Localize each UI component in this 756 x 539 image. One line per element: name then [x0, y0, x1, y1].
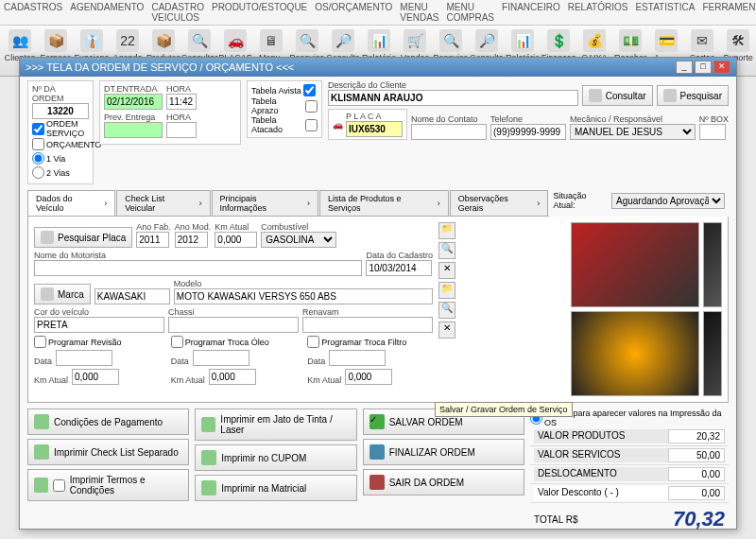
toolbar-icon: 📦	[152, 29, 175, 52]
printer-icon	[201, 417, 215, 432]
pesquisar-button[interactable]: Pesquisar	[657, 85, 729, 106]
consultar-icon	[589, 89, 602, 102]
close-button[interactable]: ✕	[713, 61, 730, 74]
tab-2[interactable]: Principais Informações›	[212, 190, 319, 216]
contato-input[interactable]	[411, 124, 487, 140]
mecanico-select[interactable]: MANUEL DE JESUS	[570, 124, 696, 140]
money-icon	[34, 414, 49, 429]
maximize-button[interactable]: □	[695, 61, 712, 74]
pesquisar-placa-button[interactable]: Pesquisar Placa	[34, 227, 132, 248]
finalizar-button[interactable]: FINALIZAR ORDEM	[363, 439, 524, 465]
marca-input[interactable]	[94, 288, 170, 304]
tabela-atacado-check[interactable]	[305, 119, 318, 131]
combustivel-select[interactable]: GASOLINA	[261, 232, 336, 248]
tab-4[interactable]: Observações Gerais›	[450, 190, 549, 216]
menu-item[interactable]: CADASTRO VEICULOS	[151, 2, 204, 23]
menu-item[interactable]: RELATÓRIOS	[568, 2, 628, 23]
orcamento-radio[interactable]	[32, 138, 44, 150]
tab-1[interactable]: Check List Veicular›	[116, 190, 210, 216]
menu-item[interactable]: MENU VENDAS	[400, 2, 438, 23]
nbox-input[interactable]	[699, 124, 726, 140]
matricial-button[interactable]: Imprimir na Matricial	[195, 475, 356, 501]
menu-item[interactable]: PRODUTO/ESTOQUE	[212, 2, 307, 23]
tab-3[interactable]: Lista de Produtos e Serviços›	[319, 190, 449, 216]
prog-revisao-check[interactable]	[34, 336, 46, 348]
search-icon	[663, 89, 677, 102]
prog-oleo-check[interactable]	[171, 336, 183, 348]
toolbar-icon: 🔍	[296, 29, 318, 52]
toolbar-icon: 🔎	[332, 29, 354, 52]
minimize-button[interactable]: _	[676, 61, 693, 74]
check-icon: ✓	[369, 414, 385, 429]
cliente-input[interactable]	[328, 90, 578, 106]
toolbar-icon: 💳	[655, 29, 678, 52]
chevron-right-icon: ›	[199, 199, 202, 208]
motorista-input[interactable]	[34, 260, 362, 276]
cupom-button[interactable]: Imprimir no CUPOM	[195, 444, 356, 471]
prev-input[interactable]	[104, 122, 163, 138]
renavam-input[interactable]	[302, 317, 433, 333]
menu-item[interactable]: MENU COMPRAS	[446, 2, 494, 23]
marca-button[interactable]: Marca	[34, 284, 91, 304]
cor-input[interactable]	[34, 317, 164, 333]
receipt-icon	[201, 450, 216, 465]
modelo-input[interactable]	[174, 288, 433, 304]
chevron-right-icon: ›	[438, 199, 440, 208]
sair-button[interactable]: SAIR DA ORDEM	[363, 469, 524, 496]
toolbar-icon: ✉	[691, 29, 713, 52]
tabs: Dados do Veículo›Check List Veicular›Pri…	[27, 190, 549, 217]
menu-item[interactable]: FINANCEIRO	[502, 2, 560, 23]
filtro-data-input[interactable]	[329, 350, 386, 366]
toolbar-icon: 📦	[44, 29, 67, 52]
doc-icon	[34, 478, 48, 493]
img-add-button[interactable]: 📁	[438, 222, 455, 239]
anomod-input[interactable]	[175, 232, 208, 248]
chassi-input[interactable]	[168, 317, 299, 333]
img-add2-button[interactable]: 📁	[438, 282, 455, 299]
consultar-button[interactable]: Consultar	[582, 85, 653, 106]
menu-item[interactable]: FERRAMENTAS	[702, 2, 756, 23]
termos-button[interactable]: Imprimir Termos e Condições	[27, 469, 189, 501]
rev-data-input[interactable]	[56, 350, 112, 366]
condicoes-button[interactable]: Condições de Pagamento	[27, 409, 189, 435]
toolbar-icon: 💲	[547, 29, 570, 52]
rev-km-input[interactable]	[72, 369, 119, 385]
anofab-input[interactable]	[136, 232, 169, 248]
placa-input[interactable]	[346, 121, 403, 137]
telefone-input[interactable]	[490, 124, 566, 140]
hora2-input[interactable]	[166, 122, 197, 138]
dtentrada-input[interactable]	[104, 94, 163, 110]
checklist-button[interactable]: Imprimir Check List Separado	[27, 439, 189, 465]
tabela-aprazo-check[interactable]	[305, 100, 318, 113]
salvar-tooltip: Salvar / Gravar Ordem de Serviço	[435, 402, 573, 417]
hora-input[interactable]	[166, 94, 197, 110]
oleo-km-input[interactable]	[209, 369, 256, 385]
img-zoom-button[interactable]: 🔍	[438, 242, 455, 259]
oleo-data-input[interactable]	[193, 350, 249, 366]
jato-button[interactable]: Imprimir em Jato de Tinta / Laser	[195, 409, 356, 441]
datacad-input[interactable]	[366, 260, 432, 276]
menu-item[interactable]: AGENDAMENTO	[70, 2, 144, 23]
img-del2-button[interactable]: ✕	[438, 322, 455, 339]
menu-item[interactable]: CADASTROS	[4, 2, 62, 23]
tabela-avista-check[interactable]	[303, 84, 316, 96]
km-input[interactable]	[215, 232, 257, 248]
tab-0[interactable]: Dados do Veículo›	[27, 190, 115, 216]
menu-item[interactable]: ESTATISTICA	[635, 2, 695, 23]
vehicle-image-4	[703, 311, 722, 396]
img-del-button[interactable]: ✕	[438, 262, 455, 279]
nordem-input[interactable]	[32, 103, 89, 119]
car-icon: 🚗	[333, 120, 343, 130]
filtro-km-input[interactable]	[345, 369, 392, 385]
menu-item[interactable]: OS/ORÇAMENTO	[315, 2, 392, 23]
vehicle-image-3	[571, 311, 699, 396]
prog-filtro-check[interactable]	[307, 336, 319, 348]
via2-radio[interactable]	[32, 166, 44, 179]
via1-radio[interactable]	[32, 152, 44, 165]
ordem-servico-radio[interactable]	[32, 123, 44, 135]
chevron-right-icon: ›	[537, 199, 540, 208]
termos-check[interactable]	[53, 479, 65, 492]
valor-produtos: 20,32	[668, 429, 725, 443]
situacao-select[interactable]: Aguardando Aprovação	[611, 193, 725, 209]
img-zoom2-button[interactable]: 🔍	[438, 302, 455, 319]
